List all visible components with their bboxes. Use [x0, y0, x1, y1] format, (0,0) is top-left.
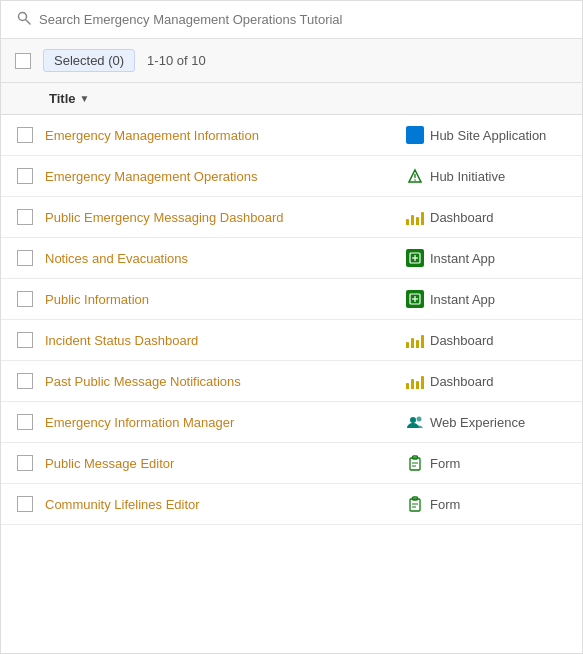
- type-label-2: Dashboard: [430, 210, 494, 225]
- svg-point-12: [417, 417, 422, 422]
- row-type-1: Hub Initiative: [406, 167, 566, 185]
- search-icon: [17, 11, 31, 28]
- type-label-6: Dashboard: [430, 374, 494, 389]
- row-checkbox-6[interactable]: [17, 373, 33, 389]
- row-type-5: Dashboard: [406, 331, 566, 349]
- row-checkbox-1[interactable]: [17, 168, 33, 184]
- row-type-7: Web Experience: [406, 413, 566, 431]
- table-row: Emergency Information Manager Web Experi…: [1, 402, 582, 443]
- dashboard-icon: [406, 331, 424, 349]
- instant-app-icon: [406, 290, 424, 308]
- sort-arrow-icon: ▼: [80, 93, 90, 104]
- row-type-6: Dashboard: [406, 372, 566, 390]
- type-label-8: Form: [430, 456, 460, 471]
- type-label-5: Dashboard: [430, 333, 494, 348]
- row-title-6[interactable]: Past Public Message Notifications: [45, 374, 394, 389]
- row-type-9: Form: [406, 495, 566, 513]
- type-label-0: Hub Site Application: [430, 128, 546, 143]
- row-title-4[interactable]: Public Information: [45, 292, 394, 307]
- type-label-9: Form: [430, 497, 460, 512]
- row-title-7[interactable]: Emergency Information Manager: [45, 415, 394, 430]
- search-input[interactable]: [39, 12, 566, 27]
- type-label-3: Instant App: [430, 251, 495, 266]
- selected-badge[interactable]: Selected (0): [43, 49, 135, 72]
- hub-initiative-icon: [406, 167, 424, 185]
- type-label-4: Instant App: [430, 292, 495, 307]
- type-label-7: Web Experience: [430, 415, 525, 430]
- row-checkbox-7[interactable]: [17, 414, 33, 430]
- svg-rect-13: [410, 458, 420, 470]
- table-row: Community Lifelines Editor Form: [1, 484, 582, 525]
- form-icon: [406, 454, 424, 472]
- row-checkbox-8[interactable]: [17, 455, 33, 471]
- page-info: 1-10 of 10: [147, 53, 206, 68]
- row-type-0: Hub Site Application: [406, 126, 566, 144]
- table-row: Incident Status Dashboard Dashboard: [1, 320, 582, 361]
- type-label-1: Hub Initiative: [430, 169, 505, 184]
- table-row: Notices and Evacuations Instant App: [1, 238, 582, 279]
- hub-site-icon: [406, 126, 424, 144]
- row-title-5[interactable]: Incident Status Dashboard: [45, 333, 394, 348]
- row-checkbox-3[interactable]: [17, 250, 33, 266]
- web-experience-icon: [406, 413, 424, 431]
- row-title-1[interactable]: Emergency Management Operations: [45, 169, 394, 184]
- table-row: Public Message Editor Form: [1, 443, 582, 484]
- row-title-3[interactable]: Notices and Evacuations: [45, 251, 394, 266]
- row-checkbox-0[interactable]: [17, 127, 33, 143]
- row-title-9[interactable]: Community Lifelines Editor: [45, 497, 394, 512]
- row-checkbox-9[interactable]: [17, 496, 33, 512]
- row-title-0[interactable]: Emergency Management Information: [45, 128, 394, 143]
- table-row: Public Emergency Messaging Dashboard Das…: [1, 197, 582, 238]
- toolbar: Selected (0) 1-10 of 10: [1, 39, 582, 83]
- table-row: Emergency Management Operations Hub Init…: [1, 156, 582, 197]
- form-icon: [406, 495, 424, 513]
- row-type-8: Form: [406, 454, 566, 472]
- table-row: Past Public Message Notifications Dashbo…: [1, 361, 582, 402]
- instant-app-icon: [406, 249, 424, 267]
- svg-point-4: [414, 179, 416, 181]
- svg-rect-17: [410, 499, 420, 511]
- dashboard-icon: [406, 372, 424, 390]
- row-checkbox-4[interactable]: [17, 291, 33, 307]
- column-title-header[interactable]: Title ▼: [49, 91, 89, 106]
- table-row: Public Information Instant App: [1, 279, 582, 320]
- row-type-3: Instant App: [406, 249, 566, 267]
- table-row: Emergency Management Information Hub Sit…: [1, 115, 582, 156]
- row-type-2: Dashboard: [406, 208, 566, 226]
- search-bar: [1, 1, 582, 39]
- row-title-2[interactable]: Public Emergency Messaging Dashboard: [45, 210, 394, 225]
- row-type-4: Instant App: [406, 290, 566, 308]
- svg-line-1: [26, 20, 30, 24]
- table-header: Title ▼: [1, 83, 582, 115]
- select-all-checkbox[interactable]: [15, 53, 31, 69]
- table-body: Emergency Management Information Hub Sit…: [1, 115, 582, 525]
- svg-point-11: [410, 417, 416, 423]
- row-checkbox-5[interactable]: [17, 332, 33, 348]
- row-title-8[interactable]: Public Message Editor: [45, 456, 394, 471]
- row-checkbox-2[interactable]: [17, 209, 33, 225]
- dashboard-icon: [406, 208, 424, 226]
